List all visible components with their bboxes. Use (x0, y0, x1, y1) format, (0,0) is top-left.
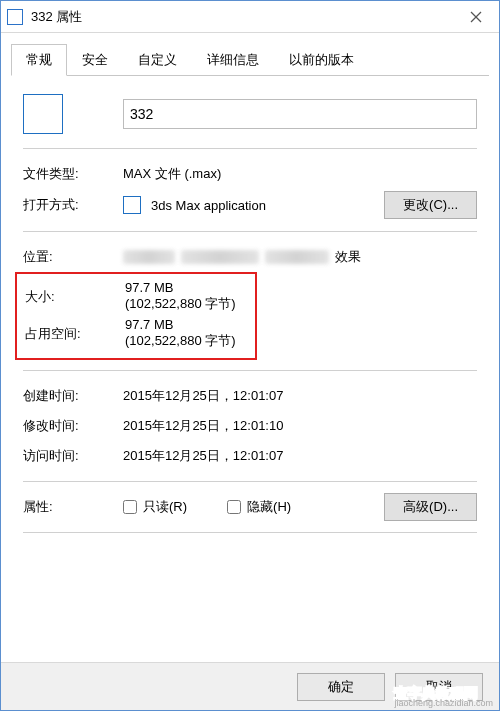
filetype-label: 文件类型: (23, 165, 123, 183)
disksize-value: 97.7 MB (102,522,880 字节) (125, 317, 247, 350)
change-app-button[interactable]: 更改(C)... (384, 191, 477, 219)
size-row: 大小: 97.7 MB (102,522,880 字节) (25, 278, 247, 315)
attributes-row: 属性: 只读(R) 隐藏(H) 高级(D)... (23, 492, 477, 522)
modified-value: 2015年12月25日，12:01:10 (123, 417, 283, 435)
readonly-checkbox[interactable]: 只读(R) (123, 498, 187, 516)
modified-row: 修改时间: 2015年12月25日，12:01:10 (23, 411, 477, 441)
close-button[interactable] (453, 1, 499, 32)
location-row: 位置: 效果 (23, 242, 477, 272)
tab-custom[interactable]: 自定义 (123, 44, 192, 76)
file-type-icon (23, 94, 63, 134)
readonly-checkbox-input[interactable] (123, 500, 137, 514)
size-label: 大小: (25, 288, 125, 306)
tab-security[interactable]: 安全 (67, 44, 123, 76)
created-row: 创建时间: 2015年12月25日，12:01:07 (23, 381, 477, 411)
button-bar: 确定 取消 查字典教程网 jiaocheng.chazidian.com (1, 662, 499, 710)
disksize-row: 占用空间: 97.7 MB (102,522,880 字节) (25, 315, 247, 352)
filetype-row: 文件类型: MAX 文件 (.max) (23, 159, 477, 189)
cancel-button[interactable]: 取消 (395, 673, 483, 701)
divider (23, 231, 477, 232)
time-section: 创建时间: 2015年12月25日，12:01:07 修改时间: 2015年12… (23, 381, 477, 471)
openwith-value: 3ds Max application (151, 198, 384, 213)
disksize-label: 占用空间: (25, 325, 125, 343)
file-header-row (23, 94, 477, 134)
accessed-value: 2015年12月25日，12:01:07 (123, 447, 283, 465)
blurred-text (123, 250, 175, 264)
divider (23, 532, 477, 533)
advanced-button[interactable]: 高级(D)... (384, 493, 477, 521)
ok-button[interactable]: 确定 (297, 673, 385, 701)
tabs: 常规 安全 自定义 详细信息 以前的版本 (11, 43, 489, 76)
created-label: 创建时间: (23, 387, 123, 405)
titlebar: 332 属性 (1, 1, 499, 33)
file-type-section: 文件类型: MAX 文件 (.max) 打开方式: 3ds Max applic… (23, 159, 477, 221)
file-icon (7, 9, 23, 25)
modified-label: 修改时间: (23, 417, 123, 435)
openwith-row: 打开方式: 3ds Max application 更改(C)... (23, 189, 477, 221)
hidden-checkbox-input[interactable] (227, 500, 241, 514)
readonly-checkbox-label: 只读(R) (143, 498, 187, 516)
openwith-label: 打开方式: (23, 196, 123, 214)
created-value: 2015年12月25日，12:01:07 (123, 387, 283, 405)
app-icon (123, 196, 141, 214)
location-suffix: 效果 (335, 248, 361, 266)
filetype-value: MAX 文件 (.max) (123, 165, 221, 183)
size-highlight-box: 大小: 97.7 MB (102,522,880 字节) 占用空间: 97.7 … (15, 272, 257, 360)
divider (23, 481, 477, 482)
tab-general[interactable]: 常规 (11, 44, 67, 76)
location-label: 位置: (23, 248, 123, 266)
tab-details[interactable]: 详细信息 (192, 44, 274, 76)
properties-window: 332 属性 常规 安全 自定义 详细信息 以前的版本 文件类型: MAX 文件… (0, 0, 500, 711)
size-value: 97.7 MB (102,522,880 字节) (125, 280, 247, 313)
window-title: 332 属性 (31, 8, 453, 26)
filename-input[interactable] (123, 99, 477, 129)
hidden-checkbox-label: 隐藏(H) (247, 498, 291, 516)
divider (23, 370, 477, 371)
hidden-checkbox[interactable]: 隐藏(H) (227, 498, 291, 516)
tab-content-general: 文件类型: MAX 文件 (.max) 打开方式: 3ds Max applic… (1, 76, 499, 662)
attributes-label: 属性: (23, 498, 123, 516)
location-value: 效果 (123, 248, 477, 266)
blurred-text (181, 250, 259, 264)
accessed-label: 访问时间: (23, 447, 123, 465)
size-section: 位置: 效果 大小: 97.7 MB (102,522,880 字节) 占用空间… (23, 242, 477, 360)
blurred-text (265, 250, 329, 264)
accessed-row: 访问时间: 2015年12月25日，12:01:07 (23, 441, 477, 471)
tab-previous-versions[interactable]: 以前的版本 (274, 44, 369, 76)
close-icon (470, 11, 482, 23)
divider (23, 148, 477, 149)
